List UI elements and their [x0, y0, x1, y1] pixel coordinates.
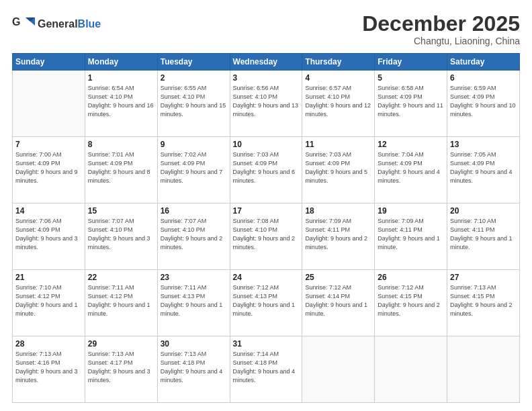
day-info: Sunrise: 7:06 AM Sunset: 4:09 PM Dayligh…	[15, 217, 82, 252]
header-monday: Monday	[85, 54, 157, 71]
daylight: Daylight: 9 hours and 7 minutes.	[161, 169, 223, 184]
sunrise: Sunrise: 7:14 AM	[233, 351, 279, 357]
calendar-table: Sunday Monday Tuesday Wednesday Thursday…	[12, 53, 520, 403]
day-info: Sunrise: 7:11 AM Sunset: 4:12 PM Dayligh…	[88, 283, 154, 318]
daylight: Daylight: 9 hours and 2 minutes.	[450, 302, 513, 317]
calendar-page: G GeneralBlue December 2025 Changtu, Lia…	[0, 0, 532, 411]
day-cell-2-5: 19 Sunrise: 7:09 AM Sunset: 4:11 PM Dayl…	[375, 203, 447, 270]
day-info: Sunrise: 7:14 AM Sunset: 4:18 PM Dayligh…	[233, 350, 300, 385]
sunset: Sunset: 4:11 PM	[450, 226, 495, 233]
day-number: 12	[378, 140, 444, 149]
sunset: Sunset: 4:13 PM	[233, 293, 278, 300]
daylight: Daylight: 9 hours and 1 minute.	[88, 302, 150, 317]
day-cell-3-0: 21 Sunrise: 7:10 AM Sunset: 4:12 PM Dayl…	[13, 270, 85, 336]
day-cell-2-2: 16 Sunrise: 7:07 AM Sunset: 4:10 PM Dayl…	[157, 203, 230, 270]
daylight: Daylight: 9 hours and 2 minutes.	[305, 235, 367, 250]
day-info: Sunrise: 7:10 AM Sunset: 4:12 PM Dayligh…	[15, 283, 82, 318]
day-cell-2-6: 20 Sunrise: 7:10 AM Sunset: 4:11 PM Dayl…	[447, 203, 520, 270]
sunrise: Sunrise: 7:12 AM	[378, 284, 424, 291]
daylight: Daylight: 9 hours and 3 minutes.	[88, 235, 150, 250]
day-info: Sunrise: 7:13 AM Sunset: 4:16 PM Dayligh…	[15, 350, 82, 385]
day-number: 11	[305, 140, 371, 149]
sunset: Sunset: 4:09 PM	[378, 93, 423, 100]
header-wednesday: Wednesday	[230, 54, 302, 71]
day-cell-3-5: 26 Sunrise: 7:12 AM Sunset: 4:15 PM Dayl…	[375, 270, 447, 336]
sunrise: Sunrise: 7:11 AM	[88, 284, 134, 291]
sunrise: Sunrise: 7:08 AM	[233, 218, 279, 224]
logo: G GeneralBlue	[12, 12, 101, 36]
day-cell-0-4: 4 Sunrise: 6:57 AM Sunset: 4:10 PM Dayli…	[302, 71, 375, 137]
sunset: Sunset: 4:17 PM	[88, 359, 133, 366]
daylight: Daylight: 9 hours and 2 minutes.	[378, 302, 440, 317]
sunrise: Sunrise: 7:07 AM	[88, 218, 134, 224]
location: Changtu, Liaoning, China	[362, 36, 520, 46]
sunset: Sunset: 4:12 PM	[15, 293, 60, 300]
daylight: Daylight: 9 hours and 15 minutes.	[161, 102, 226, 118]
day-info: Sunrise: 6:55 AM Sunset: 4:10 PM Dayligh…	[161, 84, 227, 119]
daylight: Daylight: 9 hours and 6 minutes.	[233, 169, 296, 184]
day-cell-1-2: 9 Sunrise: 7:02 AM Sunset: 4:09 PM Dayli…	[157, 137, 230, 203]
sunrise: Sunrise: 7:09 AM	[378, 218, 424, 224]
sunset: Sunset: 4:13 PM	[161, 293, 206, 300]
day-info: Sunrise: 7:13 AM Sunset: 4:15 PM Dayligh…	[450, 283, 517, 318]
header-friday: Friday	[375, 54, 447, 71]
daylight: Daylight: 9 hours and 3 minutes.	[88, 368, 150, 383]
day-cell-2-0: 14 Sunrise: 7:06 AM Sunset: 4:09 PM Dayl…	[13, 203, 85, 270]
sunset: Sunset: 4:11 PM	[378, 226, 423, 233]
day-cell-0-0	[13, 71, 85, 137]
day-number: 16	[161, 206, 227, 216]
day-cell-3-4: 25 Sunrise: 7:12 AM Sunset: 4:14 PM Dayl…	[302, 270, 375, 336]
sunrise: Sunrise: 7:13 AM	[15, 351, 62, 357]
day-info: Sunrise: 7:03 AM Sunset: 4:09 PM Dayligh…	[233, 150, 300, 185]
daylight: Daylight: 9 hours and 1 minute.	[15, 302, 78, 317]
day-number: 5	[378, 73, 444, 83]
sunset: Sunset: 4:09 PM	[450, 93, 495, 100]
daylight: Daylight: 9 hours and 2 minutes.	[161, 235, 223, 250]
day-info: Sunrise: 7:09 AM Sunset: 4:11 PM Dayligh…	[378, 217, 444, 252]
sunrise: Sunrise: 6:58 AM	[378, 85, 424, 91]
sunset: Sunset: 4:16 PM	[15, 359, 60, 366]
week-row-3: 14 Sunrise: 7:06 AM Sunset: 4:09 PM Dayl…	[13, 203, 520, 270]
day-number: 4	[305, 73, 371, 83]
day-number: 17	[233, 206, 300, 216]
daylight: Daylight: 9 hours and 16 minutes.	[88, 102, 154, 118]
day-info: Sunrise: 7:01 AM Sunset: 4:09 PM Dayligh…	[88, 150, 154, 185]
day-info: Sunrise: 7:12 AM Sunset: 4:15 PM Dayligh…	[378, 283, 444, 318]
day-number: 8	[88, 140, 154, 149]
day-number: 28	[15, 339, 82, 349]
sunrise: Sunrise: 7:03 AM	[305, 151, 351, 158]
sunset: Sunset: 4:09 PM	[15, 226, 60, 233]
daylight: Daylight: 9 hours and 1 minute.	[233, 302, 296, 317]
sunset: Sunset: 4:09 PM	[378, 160, 423, 167]
day-info: Sunrise: 7:10 AM Sunset: 4:11 PM Dayligh…	[450, 217, 517, 252]
day-cell-1-6: 13 Sunrise: 7:05 AM Sunset: 4:09 PM Dayl…	[447, 137, 520, 203]
day-number: 1	[88, 73, 154, 83]
sunset: Sunset: 4:09 PM	[88, 160, 133, 167]
day-info: Sunrise: 7:13 AM Sunset: 4:17 PM Dayligh…	[88, 350, 154, 385]
day-number: 15	[88, 206, 154, 216]
week-row-1: 1 Sunrise: 6:54 AM Sunset: 4:10 PM Dayli…	[13, 71, 520, 137]
sunrise: Sunrise: 7:04 AM	[378, 151, 424, 158]
daylight: Daylight: 9 hours and 1 minute.	[305, 302, 367, 317]
daylight: Daylight: 9 hours and 4 minutes.	[378, 169, 440, 184]
day-number: 20	[450, 206, 517, 216]
sunrise: Sunrise: 7:11 AM	[161, 284, 207, 291]
day-number: 27	[450, 273, 517, 282]
sunrise: Sunrise: 7:05 AM	[450, 151, 496, 158]
day-info: Sunrise: 6:56 AM Sunset: 4:10 PM Dayligh…	[233, 84, 300, 119]
day-cell-4-6	[447, 336, 520, 403]
daylight: Daylight: 9 hours and 4 minutes.	[233, 368, 296, 383]
sunrise: Sunrise: 7:10 AM	[450, 218, 496, 224]
daylight: Daylight: 9 hours and 10 minutes.	[450, 102, 516, 118]
day-cell-1-3: 10 Sunrise: 7:03 AM Sunset: 4:09 PM Dayl…	[230, 137, 302, 203]
sunrise: Sunrise: 7:13 AM	[450, 284, 496, 291]
week-row-2: 7 Sunrise: 7:00 AM Sunset: 4:09 PM Dayli…	[13, 137, 520, 203]
daylight: Daylight: 9 hours and 11 minutes.	[378, 102, 443, 118]
day-info: Sunrise: 7:07 AM Sunset: 4:10 PM Dayligh…	[88, 217, 154, 252]
daylight: Daylight: 9 hours and 1 minute.	[378, 235, 440, 250]
sunset: Sunset: 4:09 PM	[305, 160, 350, 167]
week-row-5: 28 Sunrise: 7:13 AM Sunset: 4:16 PM Dayl…	[13, 336, 520, 403]
daylight: Daylight: 9 hours and 4 minutes.	[450, 169, 513, 184]
day-number: 3	[233, 73, 300, 83]
sunset: Sunset: 4:18 PM	[161, 359, 206, 366]
